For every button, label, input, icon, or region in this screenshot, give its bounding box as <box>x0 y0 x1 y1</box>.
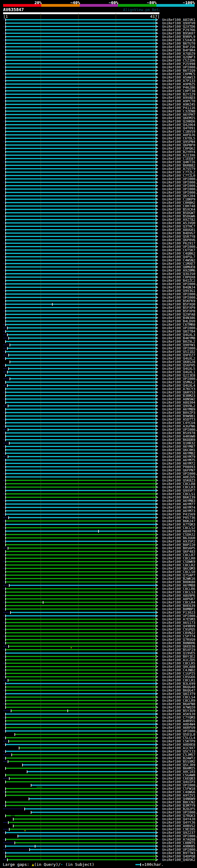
subject-label[interactable]: UniRef100_B6RB82 <box>162 164 195 167</box>
alignment-row[interactable]: UniRef100_Q75AP7 <box>0 574 197 577</box>
alignment-row[interactable]: UniRef100_A7P133 <box>0 79 197 83</box>
subject-label[interactable]: UniRef100_A6YM73 <box>162 509 195 513</box>
subject-label[interactable]: UniRef100_A6YM79 <box>162 455 195 459</box>
alignment-row[interactable]: UniRef100_Q4PSL7 <box>0 255 197 259</box>
subject-label[interactable]: UniRef100_B6QG48 <box>162 685 195 689</box>
subject-label[interactable]: UniRef100_B4IZC2 <box>162 279 195 282</box>
alignment-row[interactable]: UniRef100_B2YI29 <box>0 93 197 96</box>
subject-label[interactable]: UniRef100_A4R955 <box>162 719 195 723</box>
subject-label[interactable]: UniRef100_B2WK16 <box>162 577 195 581</box>
alignment-row[interactable]: UniRef100_UPI000.. <box>0 730 197 733</box>
subject-label[interactable]: UniRef100_Q4GXL2 <box>162 357 195 360</box>
alignment-row[interactable]: UniRef100_Q5K8Z3 <box>0 479 197 482</box>
subject-label[interactable]: UniRef100_C5DWK9 <box>162 560 195 563</box>
alignment-row[interactable]: UniRef100_C3ZEN8 <box>0 110 197 113</box>
alignment-row[interactable]: UniRef100_C0PT38 <box>0 89 197 93</box>
subject-label[interactable]: UniRef100_B6TIQ9 <box>162 69 195 72</box>
subject-label[interactable]: UniRef100_A9RZ45 <box>162 103 195 106</box>
subject-label[interactable]: UniRef100_Q6Y204 <box>162 194 195 198</box>
alignment-row[interactable]: UniRef100_B9RPL9 <box>0 35 197 38</box>
alignment-row[interactable]: UniRef100_P29766 <box>0 28 197 32</box>
alignment-row[interactable]: UniRef100_Q7RGK3 <box>0 814 197 817</box>
subject-label[interactable]: UniRef100_UPI000.. <box>162 177 197 181</box>
subject-label[interactable]: UniRef100_C8CLS3 <box>162 591 195 594</box>
alignment-row[interactable]: UniRef100_A6YM82 <box>0 452 197 455</box>
alignment-row[interactable]: UniRef100_B4F9R4 <box>0 49 197 52</box>
alignment-row[interactable]: UniRef100_C5DHJ2 <box>0 533 197 536</box>
alignment-row[interactable]: UniRef100_Q0CA88 <box>0 665 197 669</box>
alignment-row[interactable]: UniRef100_Q5CYJ3 <box>0 750 197 753</box>
subject-label[interactable]: UniRef100_C1EE87 <box>162 157 195 160</box>
alignment-row[interactable]: UniRef100_C6T5K7 <box>0 248 197 252</box>
subject-label[interactable]: UniRef100_B0VZP3 <box>162 411 195 414</box>
subject-label[interactable]: UniRef100_C0H748 <box>162 205 195 208</box>
subject-label[interactable]: UniRef100_B4F9R4 <box>162 49 195 52</box>
alignment-row[interactable]: ▲UniRef100_C9EI05 <box>0 828 197 831</box>
subject-label[interactable]: UniRef100_A6YM75 <box>162 459 195 462</box>
alignment-row[interactable]: UniRef100_UPI000.. <box>0 811 197 814</box>
alignment-row[interactable]: UniRef100_B5DGW6 <box>0 215 197 218</box>
subject-label[interactable]: UniRef100_B2AWT2 <box>162 756 195 760</box>
subject-label[interactable]: UniRef100_C9SPQ5 <box>162 628 195 631</box>
alignment-row[interactable]: UniRef100_A6YM88 <box>0 584 197 587</box>
subject-label[interactable]: UniRef100_UPI000.. <box>162 730 197 733</box>
alignment-row[interactable]: UniRef100_A6YPH7 <box>0 113 197 116</box>
subject-label[interactable]: UniRef100_B8PII0 <box>162 543 195 547</box>
alignment-row[interactable]: UniRef100_C5DWK9 <box>0 560 197 563</box>
alignment-row[interactable]: UniRef100_Q9XVF7 <box>0 489 197 492</box>
alignment-row[interactable]: UniRef100_A7WQI0 <box>0 706 197 709</box>
subject-label[interactable]: UniRef100_Q29FA8 <box>162 313 195 316</box>
alignment-row[interactable]: UniRef100_B5FXP8 <box>0 309 197 313</box>
subject-label[interactable]: UniRef100_P46286 <box>162 86 195 89</box>
alignment-row[interactable]: UniRef100_A6YM73 <box>0 509 197 513</box>
subject-label[interactable]: UniRef100_Q4D5K2 <box>162 858 195 862</box>
alignment-row[interactable]: UniRef100_C4QB62 <box>0 252 197 255</box>
subject-label[interactable]: UniRef100_B4DVG7 <box>162 231 195 235</box>
alignment-row[interactable]: UniRef100_A9Z0M6 <box>0 269 197 272</box>
subject-label[interactable]: UniRef100_C8CLR2 <box>162 563 195 567</box>
subject-label[interactable]: UniRef100_P25998 <box>162 62 195 66</box>
alignment-row[interactable]: UniRef100_B3RM23 <box>0 394 197 398</box>
subject-label[interactable]: UniRef100_C5KTP9 <box>162 740 195 743</box>
alignment-row[interactable]: UniRef100_B6JUU0 <box>0 536 197 540</box>
alignment-row[interactable]: UniRef100_B5FXP9 <box>0 306 197 309</box>
subject-label[interactable]: UniRef100_A8NSW2 <box>162 398 195 401</box>
alignment-row[interactable]: UniRef100_Q4GXL5 <box>0 367 197 370</box>
alignment-row[interactable]: ▲UniRef100_Q6ED36 <box>0 645 197 648</box>
alignment-row[interactable]: UniRef100_A9RZ45 <box>0 103 197 106</box>
subject-label[interactable]: UniRef100_A5K9J0 <box>162 713 195 716</box>
subject-label[interactable]: UniRef100_Q8ITB4 <box>162 330 195 333</box>
subject-label[interactable]: UniRef100_Q0CA88 <box>162 665 195 669</box>
subject-label[interactable]: UniRef100_C4YCU4 <box>162 421 195 425</box>
alignment-row[interactable]: UniRef100_P25998 <box>0 62 197 66</box>
alignment-row[interactable]: UniRef100_Q4UIP3 <box>0 780 197 784</box>
alignment-row[interactable]: UniRef100_Q4KTI6 <box>0 160 197 164</box>
alignment-row[interactable]: UniRef100_UPI000.. <box>0 292 197 296</box>
subject-label[interactable]: UniRef100_Q6ED36 <box>162 645 195 648</box>
subject-label[interactable]: UniRef100_B6DDR9 <box>162 438 195 441</box>
alignment-row[interactable]: UniRef100_C8CLS0 <box>0 570 197 574</box>
alignment-row[interactable]: UniRef100_B6KI39 <box>0 496 197 499</box>
alignment-row[interactable]: UniRef100_A1C9X7 <box>0 746 197 750</box>
subject-label[interactable]: UniRef100_Q2QNF3 <box>162 55 195 59</box>
subject-label[interactable]: UniRef100_Q6PBF0 <box>162 144 195 147</box>
alignment-row[interactable]: UniRef100_Q2QNF3 <box>0 55 197 59</box>
alignment-row[interactable]: UniRef100_A0C103 <box>0 770 197 773</box>
alignment-row[interactable]: UniRef100_Q5D1L8 <box>0 733 197 736</box>
subject-label[interactable]: UniRef100_A9BKB5 <box>162 845 195 848</box>
alignment-row[interactable]: UniRef100_B6QG48 <box>0 685 197 689</box>
alignment-row[interactable]: UniRef100_A9J5P2 <box>0 540 197 543</box>
subject-label[interactable]: UniRef100_C4JND2 <box>162 669 195 672</box>
subject-label[interactable]: UniRef100_Q8MUE8 <box>162 266 195 269</box>
subject-label[interactable]: UniRef100_Q4UIP3 <box>162 780 195 784</box>
alignment-row[interactable]: UniRef100_A6YM77 <box>0 502 197 506</box>
subject-label[interactable]: UniRef100_A0D4W4 <box>162 723 195 726</box>
subject-label[interactable]: UniRef100_Q3UJS0 <box>162 272 195 276</box>
alignment-row[interactable]: UniRef100_B4LDV0 <box>0 320 197 323</box>
subject-label[interactable]: UniRef100_C8CLS4 <box>162 695 195 699</box>
subject-label[interactable]: UniRef100_Q75AP7 <box>162 574 195 577</box>
alignment-row[interactable]: UniRef100_A0FDJ6 <box>0 133 197 137</box>
subject-label[interactable]: UniRef100_Q49B99 <box>162 624 195 628</box>
subject-label[interactable]: UniRef100_A0C103 <box>162 770 195 773</box>
subject-label[interactable]: UniRef100_UPI000.. <box>162 472 197 475</box>
